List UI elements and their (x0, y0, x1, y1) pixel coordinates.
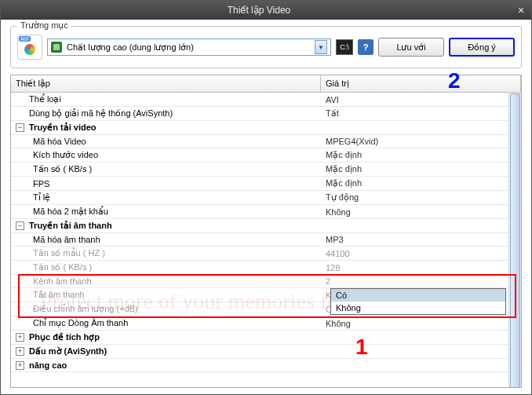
setting-label: Dùng bộ giải mã hệ thống (AviSynth) (29, 108, 173, 119)
table-row[interactable]: +nâng cao (11, 359, 521, 372)
table-row[interactable]: Thể loạiAVI (11, 93, 521, 107)
avi-format-icon[interactable]: AVI (17, 35, 42, 60)
table-row[interactable]: Chỉ mục Dòng Âm thanhKhông (11, 316, 521, 331)
avi-badge: AVI (19, 36, 31, 42)
setting-label: Phục đề tích hợp (29, 332, 100, 342)
preset-icon (51, 42, 62, 53)
console-icon[interactable]: C:\ (336, 39, 353, 55)
setting-label: Tỉ lệ (33, 192, 50, 203)
setting-value[interactable] (321, 350, 521, 353)
table-body[interactable]: Thể loạiAVIDùng bộ giải mã hệ thống (Avi… (11, 93, 521, 387)
setting-label: Tần số mẫu ( HZ ) (33, 248, 105, 258)
table-row[interactable]: Tần số ( KB/s )Mặc định (11, 163, 521, 177)
setting-label: Truyền tải âm thanh (29, 221, 112, 231)
ok-button[interactable]: Đồng ý (449, 38, 515, 57)
setting-label: Mã hóa 2 mật khẩu (33, 207, 108, 217)
scroll-thumb[interactable] (510, 93, 520, 388)
value-dropdown[interactable]: Có Không (330, 288, 506, 315)
setting-value[interactable] (321, 364, 521, 367)
expand-icon[interactable]: + (16, 347, 24, 356)
table-row[interactable]: Mã hóa âm thanhMP3 (11, 233, 521, 247)
collapse-icon[interactable]: − (16, 123, 24, 132)
quality-label: Chất lượng cao (dung lượng lớn) (67, 42, 194, 53)
setting-label: FPS (33, 179, 49, 188)
color-wheel-icon (24, 44, 35, 55)
setting-label: Tần số ( KB/s ) (33, 262, 92, 272)
setting-label: Tần số ( KB/s ) (33, 164, 92, 174)
setting-label: nâng cao (29, 360, 67, 370)
titlebar[interactable]: Thiết lập Video × (1, 1, 531, 20)
table-row[interactable]: FPSMặc định (11, 177, 521, 191)
setting-label: Điều chỉnh âm lượng (+dB) (33, 304, 138, 314)
setting-value[interactable] (321, 336, 521, 339)
scrollbar[interactable] (508, 93, 521, 387)
setting-value[interactable]: 44100 (321, 247, 521, 260)
table-row[interactable]: +Dấu mờ (AviSynth) (11, 345, 521, 359)
setting-value[interactable]: Tất (321, 107, 521, 120)
settings-table: Thiết lập Giá trị Thể loạiAVIDùng bộ giả… (10, 75, 522, 388)
setting-value[interactable]: 2 (321, 275, 521, 287)
setting-label: Mã hóa âm thanh (33, 235, 100, 244)
setting-value[interactable]: MPEG4(Xvid) (321, 135, 521, 148)
fieldset-legend: Trường mục (17, 20, 71, 31)
dropdown-option-no[interactable]: Không (331, 302, 505, 314)
table-row[interactable]: Mã hóa VideoMPEG4(Xvid) (11, 135, 521, 148)
setting-value[interactable]: Mặc định (321, 148, 521, 162)
table-row[interactable]: −Truyền tải âm thanh (11, 219, 521, 233)
window-title: Thiết lập Video (4, 5, 514, 16)
setting-label: Truyền tải video (29, 123, 97, 133)
field-group: Trường mục AVI Chất lượng cao (dung lượn… (10, 26, 522, 68)
setting-value[interactable]: Không (321, 317, 521, 330)
setting-value[interactable]: AVI (321, 93, 521, 106)
table-row[interactable]: Kênh âm thanh2 (11, 275, 521, 288)
setting-value[interactable]: Tự động (321, 191, 521, 204)
close-icon[interactable]: × (514, 4, 528, 16)
setting-label: Thể loại (29, 94, 61, 104)
setting-label: Dấu mờ (AviSynth) (29, 346, 107, 357)
setting-value[interactable]: 128 (321, 262, 521, 274)
dropdown-option-yes[interactable]: Có (331, 289, 505, 302)
quality-preset-select[interactable]: Chất lượng cao (dung lượng lớn) ▼ (47, 38, 331, 56)
expand-icon[interactable]: + (16, 333, 24, 342)
save-with-button[interactable]: Lưu với (378, 38, 444, 57)
table-row[interactable]: +Phục đề tích hợp (11, 331, 521, 345)
setting-label: Kích thước video (33, 150, 98, 160)
chevron-down-icon[interactable]: ▼ (315, 40, 327, 54)
table-row[interactable]: Dùng bộ giải mã hệ thống (AviSynth)Tất (11, 107, 521, 121)
table-row[interactable]: Tần số mẫu ( HZ )44100 (11, 247, 521, 261)
help-icon[interactable]: ? (358, 39, 373, 55)
setting-label: Mã hóa Video (33, 137, 86, 146)
collapse-icon[interactable]: − (16, 221, 24, 230)
setting-label: Kênh âm thanh (33, 276, 92, 286)
table-row[interactable]: Mã hóa 2 mật khẩuKhông (11, 205, 521, 219)
setting-label: Chỉ mục Dòng Âm thanh (33, 318, 128, 328)
table-row[interactable]: Tần số ( KB/s )128 (11, 261, 521, 275)
column-value[interactable]: Giá trị (321, 75, 521, 92)
column-setting[interactable]: Thiết lập (11, 75, 321, 92)
content-area: Trường mục AVI Chất lượng cao (dung lượn… (1, 20, 531, 394)
setting-value[interactable]: Mặc định (321, 163, 521, 176)
table-row[interactable]: Tỉ lệTự động (11, 191, 521, 205)
table-row[interactable]: Kích thước videoMặc định (11, 148, 521, 163)
setting-label: Tắt âm thanh (33, 290, 85, 300)
expand-icon[interactable]: + (16, 361, 24, 370)
setting-value[interactable]: Không (321, 206, 521, 218)
setting-value[interactable]: MP3 (321, 233, 521, 246)
setting-value[interactable]: Mặc định (321, 177, 521, 190)
table-row[interactable]: −Truyền tải video (11, 121, 521, 135)
video-settings-window: Thiết lập Video × Trường mục AVI Chất lư… (0, 0, 532, 395)
table-header: Thiết lập Giá trị (11, 75, 521, 93)
setting-value[interactable] (321, 126, 521, 130)
setting-value[interactable] (321, 225, 521, 228)
